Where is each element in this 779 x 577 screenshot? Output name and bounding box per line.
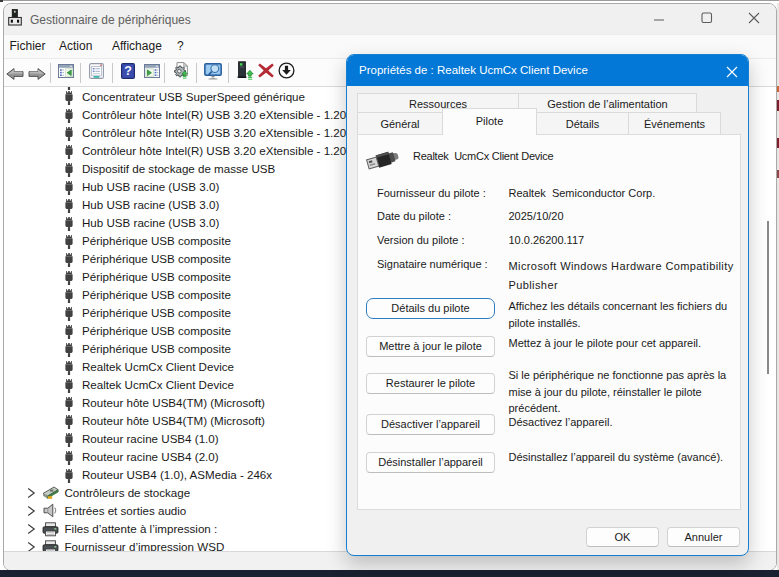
svg-text:?: ? xyxy=(124,64,132,78)
